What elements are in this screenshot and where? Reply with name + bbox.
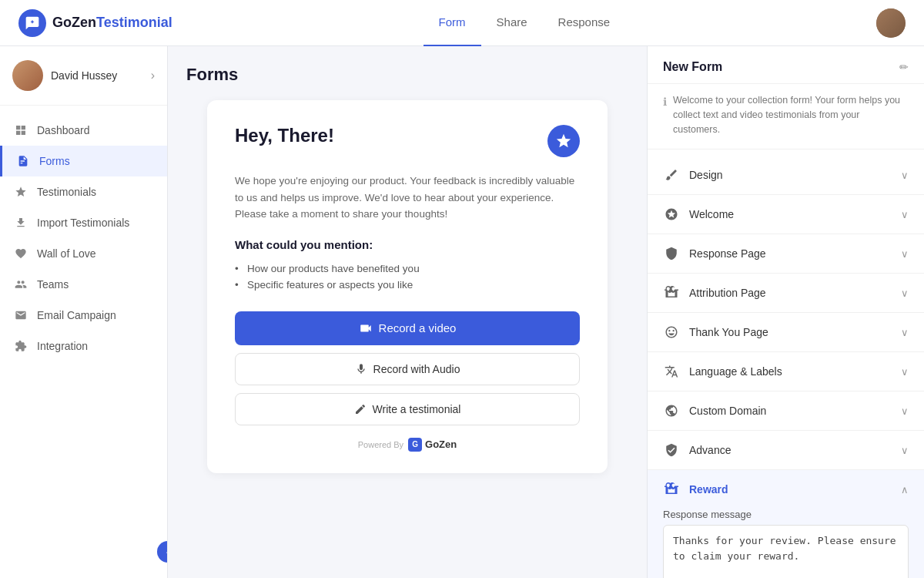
star-badge <box>547 125 580 157</box>
reward-field-label: Response message <box>663 509 909 520</box>
accordion-response-page-header[interactable]: Response Page ∨ <box>648 234 924 273</box>
chevron-down-icon: ∨ <box>901 209 909 220</box>
users-icon <box>14 277 28 291</box>
reward-response-message-input[interactable] <box>663 525 909 578</box>
avatar-image <box>876 8 906 38</box>
accordion-response-page: Response Page ∨ <box>648 234 924 274</box>
chevron-right-icon: › <box>151 69 155 82</box>
puzzle-icon <box>14 339 28 353</box>
accordion-advance-header[interactable]: Advance ∨ <box>648 431 924 469</box>
form-bullet: Specific features or aspects you like <box>235 277 580 293</box>
shield-icon <box>663 245 680 262</box>
globe-icon <box>663 402 680 419</box>
nav-tabs: Form Share Response <box>424 0 626 46</box>
sidebar-user[interactable]: David Hussey › <box>0 46 167 106</box>
chevron-up-icon: ∧ <box>901 484 909 496</box>
heart-icon <box>14 247 28 260</box>
accordion-welcome: Welcome ∨ <box>648 195 924 234</box>
chevron-down-icon: ∨ <box>901 248 909 260</box>
chevron-down-icon: ∨ <box>901 366 909 378</box>
form-bullet: How our products have benefited you <box>235 260 580 277</box>
accordion-welcome-header[interactable]: Welcome ∨ <box>648 195 924 234</box>
sidebar-item-label: Wall of Love <box>37 247 96 260</box>
sidebar-item-teams[interactable]: Teams <box>0 269 167 300</box>
sidebar-item-label: Dashboard <box>37 124 90 136</box>
edit-icon[interactable]: ✏ <box>899 61 909 73</box>
sidebar: David Hussey › Dashboard Forms <box>0 46 168 578</box>
accordion-design: Design ∨ <box>648 156 924 195</box>
form-greeting: Hey, There! <box>235 125 334 146</box>
form-description: We hope you're enjoying our product. You… <box>235 173 580 223</box>
sidebar-item-forms[interactable]: Forms <box>0 146 167 176</box>
info-icon: ℹ <box>663 94 667 110</box>
tab-share[interactable]: Share <box>481 0 543 46</box>
accordion-list: Design ∨ Welcome ∨ <box>648 150 924 578</box>
accordion-thank-you-page: Thank You Page ∨ <box>648 313 924 352</box>
sidebar-item-integration[interactable]: Integration <box>0 331 167 361</box>
form-section-title: What could you mention: <box>235 238 580 251</box>
user-name: David Hussey <box>51 69 143 82</box>
download-icon <box>14 216 28 230</box>
write-testimonial-button[interactable]: Write a testimonial <box>235 393 580 425</box>
brush-icon <box>663 166 680 183</box>
translate-icon <box>663 363 680 380</box>
avatar[interactable] <box>876 8 906 38</box>
star-icon <box>14 185 28 199</box>
shield-check-icon <box>663 442 680 459</box>
accordion-reward-content: Response message <box>648 509 924 578</box>
sidebar-item-label: Forms <box>39 155 70 167</box>
accordion-reward-header[interactable]: Reward ∧ <box>648 470 924 509</box>
powered-by-label: Powered By <box>358 440 403 449</box>
right-panel-header: New Form ✏ <box>648 46 924 84</box>
sidebar-item-label: Testimonials <box>37 186 96 198</box>
grid-icon <box>14 123 28 137</box>
wave-icon <box>663 206 680 223</box>
powered-by: Powered By G GoZen <box>235 438 580 452</box>
sidebar-item-testimonials[interactable]: Testimonials <box>0 176 167 207</box>
gozen-small-logo: G GoZen <box>408 438 457 452</box>
app-layout: GoZenTestimonial Form Share Response Dav… <box>0 0 924 578</box>
right-panel-title: New Form <box>663 60 893 74</box>
sidebar-item-import-testimonials[interactable]: Import Testimonials <box>0 207 167 238</box>
form-bullets: How our products have benefited you Spec… <box>235 260 580 293</box>
accordion-custom-domain-header[interactable]: Custom Domain ∨ <box>648 391 924 430</box>
accordion-custom-domain: Custom Domain ∨ <box>648 391 924 431</box>
sidebar-item-label: Teams <box>37 278 69 291</box>
chevron-down-icon: ∨ <box>901 327 909 338</box>
mail-icon <box>14 308 28 322</box>
tab-response[interactable]: Response <box>543 0 626 46</box>
accordion-reward: Reward ∧ Response message <box>648 470 924 578</box>
record-video-button[interactable]: Record a video <box>235 311 580 345</box>
accordion-thank-you-page-header[interactable]: Thank You Page ∨ <box>648 313 924 351</box>
record-audio-button[interactable]: Record with Audio <box>235 353 580 385</box>
chevron-down-icon: ∨ <box>901 405 909 417</box>
sidebar-item-email-campaign[interactable]: Email Campaign <box>0 300 167 331</box>
sidebar-nav: Dashboard Forms Testimonials <box>0 106 167 578</box>
nav-logo: GoZenTestimonial <box>18 9 172 37</box>
right-panel: New Form ✏ ℹ Welcome to your collection … <box>647 46 924 578</box>
accordion-attribution-page: Attribution Page ∨ <box>648 274 924 313</box>
content-area: Forms Hey, There! We hope you're enjoyin… <box>168 46 647 578</box>
badge-icon <box>663 284 680 301</box>
main-area: David Hussey › Dashboard Forms <box>0 46 924 578</box>
gift-icon <box>663 481 680 498</box>
chevron-down-icon: ∨ <box>901 287 909 299</box>
document-icon <box>16 154 30 168</box>
page-title: Forms <box>186 65 628 85</box>
chevron-down-icon: ∨ <box>901 170 909 181</box>
accordion-language-labels-header[interactable]: Language & Labels ∨ <box>648 352 924 391</box>
right-panel-description: ℹ Welcome to your collection form! Your … <box>648 84 924 150</box>
accordion-attribution-page-header[interactable]: Attribution Page ∨ <box>648 274 924 312</box>
smiley-icon <box>663 324 680 341</box>
sidebar-item-dashboard[interactable]: Dashboard <box>0 115 167 146</box>
form-card: Hey, There! We hope you're enjoying our … <box>207 100 608 473</box>
chevron-down-icon: ∨ <box>901 445 909 456</box>
accordion-design-header[interactable]: Design ∨ <box>648 156 924 194</box>
user-avatar <box>12 60 43 91</box>
logo-text: GoZenTestimonial <box>52 15 172 31</box>
form-header: Hey, There! <box>235 125 580 157</box>
tab-form[interactable]: Form <box>424 0 481 46</box>
sidebar-item-wall-of-love[interactable]: Wall of Love <box>0 238 167 269</box>
top-nav: GoZenTestimonial Form Share Response <box>0 0 924 46</box>
logo-icon <box>18 9 46 37</box>
